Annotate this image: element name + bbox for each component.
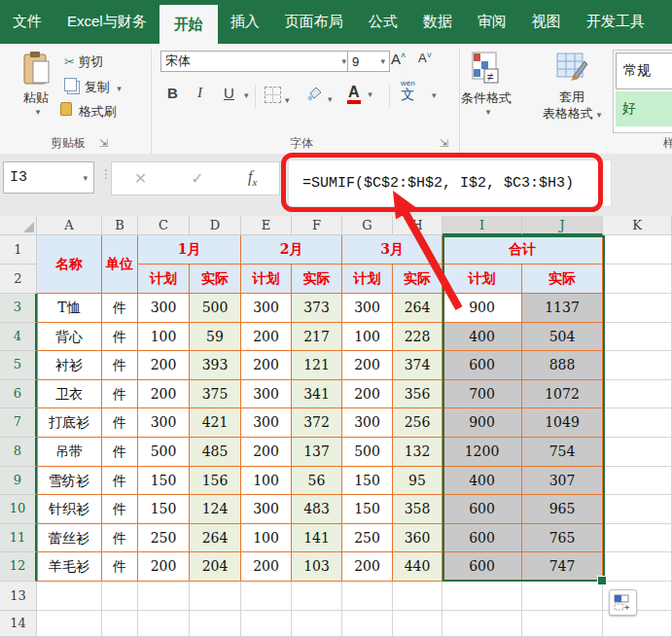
cell-F13[interactable] — [292, 582, 342, 611]
cell-C1[interactable]: 1月 — [138, 235, 241, 265]
cell-K3[interactable] — [603, 294, 672, 323]
cell-F3[interactable]: 373 — [292, 294, 342, 323]
cell-F5[interactable]: 121 — [292, 351, 342, 380]
cell-C9[interactable]: 150 — [138, 467, 190, 496]
cell-B13[interactable] — [102, 582, 138, 611]
cell-B8[interactable]: 件 — [102, 438, 138, 467]
cell-B9[interactable]: 件 — [102, 467, 138, 496]
cell-H11[interactable]: 360 — [393, 524, 442, 553]
cell-D14[interactable] — [190, 611, 241, 637]
cell-I5[interactable]: 600 — [442, 351, 522, 380]
cell-D13[interactable] — [190, 582, 241, 611]
cell-E6[interactable]: 300 — [241, 380, 292, 409]
cell-H9[interactable]: 95 — [393, 467, 442, 496]
column-header-E[interactable]: E — [241, 216, 292, 235]
row-header-14[interactable]: 14 — [0, 611, 37, 637]
cell-A6[interactable]: 卫衣 — [37, 380, 102, 409]
cell-A12[interactable]: 羊毛衫 — [37, 552, 102, 582]
cell-A4[interactable]: 背心 — [37, 323, 102, 352]
cell-J14[interactable] — [522, 611, 603, 637]
column-header-C[interactable]: C — [138, 216, 190, 235]
cell-D2[interactable]: 实际 — [190, 265, 241, 294]
column-header-D[interactable]: D — [190, 216, 241, 235]
cell-E9[interactable]: 100 — [241, 467, 292, 496]
cell-A5[interactable]: 衬衫 — [37, 351, 102, 380]
cell-K5[interactable] — [603, 351, 672, 380]
cell-I4[interactable]: 400 — [442, 323, 522, 352]
cell-D11[interactable]: 264 — [190, 524, 241, 553]
cell-F8[interactable]: 137 — [292, 438, 342, 467]
cell-A14[interactable] — [37, 611, 102, 637]
cell-G1[interactable]: 3月 — [342, 235, 442, 265]
select-all-corner[interactable] — [0, 216, 37, 235]
cell-E3[interactable]: 300 — [241, 294, 292, 323]
cell-H3[interactable]: 264 — [393, 294, 442, 323]
cell-G8[interactable]: 500 — [342, 438, 393, 467]
cell-J9[interactable]: 307 — [522, 467, 603, 496]
cell-J11[interactable]: 765 — [522, 524, 603, 553]
cell-A10[interactable]: 针织衫 — [37, 495, 102, 524]
cell-I7[interactable]: 900 — [442, 408, 522, 438]
cell-F12[interactable]: 103 — [292, 552, 342, 582]
cell-K12[interactable] — [603, 552, 672, 582]
cell-C6[interactable]: 200 — [138, 380, 190, 409]
cell-B1[interactable]: 单位 — [102, 235, 138, 294]
column-header-J[interactable]: J — [522, 216, 603, 235]
cell-I14[interactable] — [442, 611, 522, 637]
cell-H7[interactable]: 256 — [393, 408, 442, 438]
cell-E2[interactable]: 计划 — [241, 265, 292, 294]
cell-C14[interactable] — [138, 611, 190, 637]
cell-C2[interactable]: 计划 — [138, 265, 190, 294]
column-header-I[interactable]: I — [442, 216, 522, 235]
cell-G14[interactable] — [342, 611, 393, 637]
cell-F2[interactable]: 实际 — [292, 265, 342, 294]
cell-H14[interactable] — [393, 611, 442, 637]
cell-A3[interactable]: T恤 — [37, 294, 102, 323]
column-header-G[interactable]: G — [342, 216, 393, 235]
cell-A8[interactable]: 吊带 — [37, 438, 102, 467]
cell-F9[interactable]: 56 — [292, 467, 342, 496]
row-header-4[interactable]: 4 — [0, 323, 37, 352]
cell-I6[interactable]: 700 — [442, 380, 522, 409]
cell-J12[interactable]: 747 — [522, 552, 603, 582]
cell-B11[interactable]: 件 — [102, 524, 138, 553]
cell-E13[interactable] — [241, 582, 292, 611]
row-header-9[interactable]: 9 — [0, 467, 37, 496]
cell-J13[interactable] — [522, 582, 603, 611]
cell-J6[interactable]: 1072 — [522, 380, 603, 409]
row-header-3[interactable]: 3 — [0, 294, 37, 323]
cell-J4[interactable]: 504 — [522, 323, 603, 352]
cell-B3[interactable]: 件 — [102, 294, 138, 323]
cell-G2[interactable]: 计划 — [342, 265, 393, 294]
cell-D4[interactable]: 59 — [190, 323, 241, 352]
cell-E12[interactable]: 200 — [241, 552, 292, 582]
cell-K2[interactable] — [603, 265, 672, 294]
cell-E1[interactable]: 2月 — [241, 235, 342, 265]
cell-I2[interactable]: 计划 — [442, 265, 522, 294]
column-header-B[interactable]: B — [102, 216, 138, 235]
fill-handle[interactable] — [597, 576, 607, 585]
cell-F7[interactable]: 372 — [292, 408, 342, 438]
cell-E14[interactable] — [241, 611, 292, 637]
cell-I12[interactable]: 600 — [442, 552, 522, 582]
cell-I9[interactable]: 400 — [442, 467, 522, 496]
cell-D7[interactable]: 421 — [190, 408, 241, 438]
cell-H8[interactable]: 132 — [393, 438, 442, 467]
cell-K8[interactable] — [603, 438, 672, 467]
cell-B10[interactable]: 件 — [102, 495, 138, 524]
column-header-A[interactable]: A — [37, 216, 102, 235]
cell-E4[interactable]: 200 — [241, 323, 292, 352]
cell-D12[interactable]: 204 — [190, 552, 241, 582]
cell-A9[interactable]: 雪纺衫 — [37, 467, 102, 496]
cell-D6[interactable]: 375 — [190, 380, 241, 409]
cell-E5[interactable]: 200 — [241, 351, 292, 380]
cell-F6[interactable]: 341 — [292, 380, 342, 409]
cell-G11[interactable]: 250 — [342, 524, 393, 553]
cell-B7[interactable]: 件 — [102, 408, 138, 438]
cell-G3[interactable]: 300 — [342, 294, 393, 323]
cell-H12[interactable]: 440 — [393, 552, 442, 582]
cell-E11[interactable]: 100 — [241, 524, 292, 553]
row-header-10[interactable]: 10 — [0, 495, 37, 524]
row-header-12[interactable]: 12 — [0, 552, 37, 582]
cell-D8[interactable]: 485 — [190, 438, 241, 467]
